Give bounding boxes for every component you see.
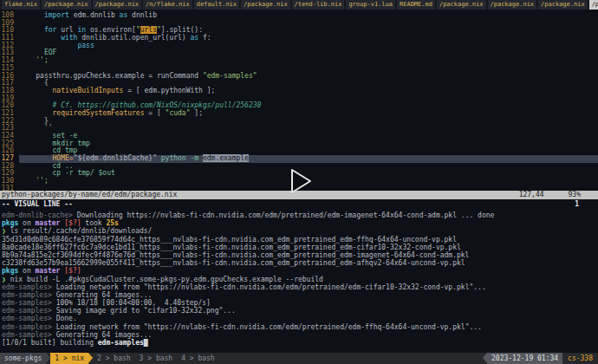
- terminal-line: pkgs on master [$?]: [2, 267, 598, 275]
- terminal-line: edm-samples> Loading network from "https…: [2, 323, 598, 331]
- editor-line[interactable]: 114 '';: [0, 57, 598, 65]
- editor-line[interactable]: 113 EOF: [0, 49, 598, 57]
- terminal-line: 8b9a74a815e2cf3694dfec9f4876e76d_https__…: [2, 251, 598, 259]
- terminal-line: 8a0cade18e36ff627fc6c7a9dce1bd11_https__…: [2, 244, 598, 251]
- window-tab-4[interactable]: 4 > bash: [177, 353, 219, 364]
- clock: 2023-12-19 01:34: [487, 353, 562, 364]
- editor-line[interactable]: 108 import edm.dnnlib as dnnlib: [0, 12, 598, 20]
- tab-9[interactable]: /package.nix: [437, 0, 486, 10]
- tab-bar: flake.nix/package.nix/package.nix/n/flak…: [0, 0, 598, 10]
- file-path: python-packages/by-name/ed/edm/package.n…: [2, 191, 177, 199]
- terminal-line: edm-samples> Generating 64 images...: [2, 331, 598, 339]
- window-tab-2[interactable]: 2 > bash: [93, 353, 135, 364]
- editor-line[interactable]: 122 }: [0, 118, 598, 126]
- code-text: nativeBuildInputs = [ edm.pythonWith ];: [19, 88, 215, 95]
- tab-8[interactable]: README.md: [397, 0, 435, 10]
- code-text: '';: [19, 178, 49, 185]
- mode-indicator: -- VISUAL LINE --: [2, 199, 73, 209]
- terminal-line: edm-samples> Generating 64 images...: [2, 291, 598, 299]
- terminal-line: c3238fd63e57b9ea15662999e055f411_https__…: [2, 259, 598, 267]
- code-text: '';: [19, 57, 49, 65]
- hostname: cs-338: [562, 353, 598, 364]
- terminal-line: ❯ ls result/.cache/dnnlib/downloads/: [2, 227, 598, 235]
- tab-0[interactable]: flake.nix: [2, 0, 40, 10]
- editor-line[interactable]: 121 requiredSystemFeatures = [ "cuda" ];: [0, 110, 598, 118]
- terminal-line: [1/0/1 built] building edm-samples█: [2, 339, 598, 347]
- session-name[interactable]: some-pkgs: [0, 353, 46, 364]
- mode-line: -- VISUAL LINE -- 1: [0, 199, 598, 209]
- tab-1[interactable]: /package.nix: [42, 0, 91, 10]
- editor[interactable]: 108 import edm.dnnlib as dnnlib109110 fo…: [0, 10, 598, 191]
- tab-3[interactable]: /n/flake.nix: [143, 0, 192, 10]
- play-overlay-icon[interactable]: [287, 167, 315, 195]
- code-text: passthru.gpuChecks.example = runCommand …: [19, 73, 257, 81]
- editor-line[interactable]: 116 passthru.gpuChecks.example = runComm…: [0, 73, 598, 81]
- editor-line[interactable]: 123 '': [0, 125, 598, 133]
- window-tab-1[interactable]: 1 > nix: [50, 353, 88, 364]
- tab-2[interactable]: /package.nix: [93, 0, 142, 10]
- tab-12[interactable]: /package.nix: [589, 0, 598, 10]
- tab-10[interactable]: /package.nix: [488, 0, 537, 10]
- tmux-bar: some-pkgs 1 > nix2 > bash3 > bash4 > bas…: [0, 353, 598, 364]
- code-text: HOME="${edm.dnnlibCache}" python -m edm.…: [19, 155, 598, 163]
- code-text: import edm.dnnlib as dnnlib: [19, 12, 157, 20]
- terminal-line: edm-dnnlib-cache> Downloading https://nv…: [2, 211, 598, 219]
- terminal-line: edm-samples> 100% 18/18 [00:04<00:00, 4.…: [2, 299, 598, 307]
- terminal-line: 35d31d0db89c6846cfe376859f74d64c_https__…: [2, 236, 598, 244]
- mode-line-right: 1: [575, 199, 579, 209]
- tab-5[interactable]: /package.nix: [241, 0, 290, 10]
- terminal-line: ❯ nix build -L .#pkgsCudaCluster.some-pk…: [2, 276, 598, 283]
- cursor-position: 127,44: [519, 191, 544, 199]
- terminal-line: edm-samples> Loading network from "https…: [2, 283, 598, 291]
- tab-11[interactable]: /package.nix: [538, 0, 588, 10]
- terminal-line: edm-samples> Done.: [2, 315, 598, 322]
- editor-line[interactable]: 112 pass: [0, 42, 598, 50]
- editor-line[interactable]: 118 nativeBuildInputs = [ edm.pythonWith…: [0, 88, 598, 95]
- tab-4[interactable]: default.nix: [194, 0, 239, 10]
- terminal-line: edm-samples> Saving image grid to "cifar…: [2, 307, 598, 315]
- scroll-percent: 93%: [569, 191, 581, 199]
- terminal-output[interactable]: edm-dnnlib-cache> Downloading https://nv…: [0, 209, 598, 353]
- terminal-line: pkgs on master [$?] took 25s: [2, 219, 598, 227]
- editor-line[interactable]: 127 HOME="${edm.dnnlibCache}" python -m …: [0, 155, 598, 163]
- window-tab-3[interactable]: 3 > bash: [135, 353, 178, 364]
- editor-line[interactable]: 125 mkdir tmp: [0, 140, 598, 148]
- tab-7[interactable]: group-v1.lua: [346, 0, 395, 10]
- window-list: 1 > nix2 > bash3 > bash4 > bash: [50, 353, 218, 364]
- tab-6[interactable]: /tend-lib.nix: [292, 0, 345, 10]
